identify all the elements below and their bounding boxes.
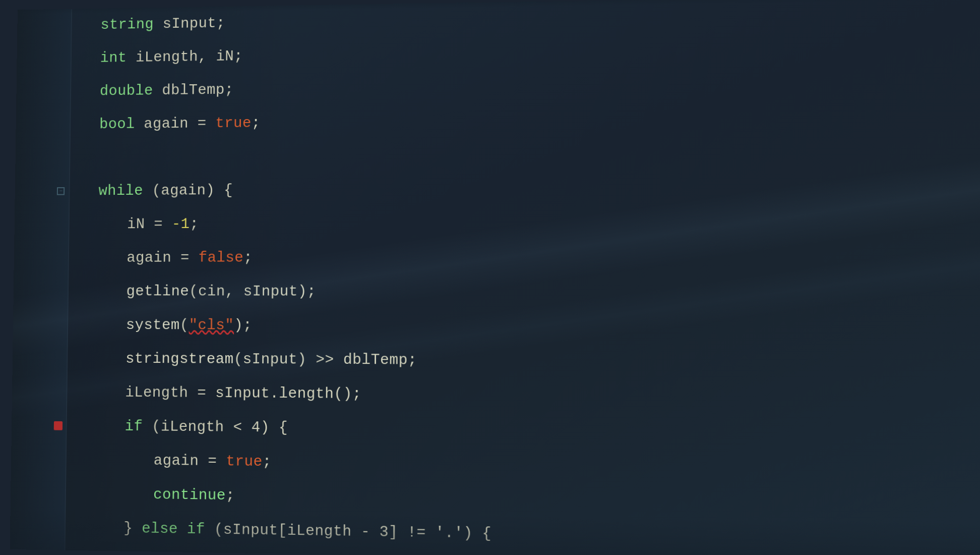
line-content-29: if (iLength < 4) {: [67, 409, 288, 445]
token-boolean: true: [226, 453, 263, 470]
token-text: iN =: [127, 216, 172, 233]
line-number-33: 33: [17, 553, 58, 555]
token-text: again =: [127, 249, 199, 266]
code-line-26: 26 system("cls");: [68, 308, 980, 345]
token-if: if: [125, 418, 143, 435]
token-string: "cls": [189, 317, 234, 334]
code-line-27: 27 stringstream(sInput) >> dblTemp;: [68, 342, 980, 380]
token-continue: continue: [153, 486, 226, 504]
code-line-24: 24 again = false;: [69, 239, 980, 274]
token-function: stringstream: [126, 350, 234, 368]
code-line-25: 25 getline(cin, sInput);: [69, 274, 980, 310]
fold-marker-line22[interactable]: −: [57, 187, 65, 195]
token-punc: );: [234, 317, 252, 334]
line-content-19: double dblTemp;: [71, 73, 234, 108]
token-boolean: false: [199, 249, 244, 266]
token-text: (sInput) >> dblTemp;: [234, 351, 417, 369]
code-line-22: 22 while (again) {: [70, 169, 980, 208]
line-content-26: system("cls");: [68, 308, 253, 343]
token-punc: ;: [190, 215, 199, 232]
token-else-if: else if: [142, 520, 205, 538]
token-text: (iLength < 4) {: [143, 418, 288, 436]
token-text: iLength = sInput.length();: [125, 384, 361, 403]
token-punc: ;: [226, 487, 235, 504]
line-number-gutter: − −: [10, 9, 73, 550]
token-keyword: double: [100, 82, 153, 99]
code-line-21: 21: [70, 134, 980, 175]
line-content-17: string sInput;: [72, 7, 225, 42]
token-text: }: [124, 520, 142, 537]
line-content-20: bool again = true;: [71, 106, 261, 141]
token-function: getline: [126, 283, 189, 300]
line-content-31: continue;: [66, 476, 235, 513]
token-keyword: bool: [99, 116, 135, 133]
token-text: (again) {: [143, 182, 233, 199]
token-while: while: [98, 182, 143, 199]
token-text: (sInput[iLength - 3] != '.') {: [205, 521, 492, 542]
token-text: dblTemp;: [153, 81, 234, 99]
token-keyword: string: [100, 16, 154, 33]
line-content-27: stringstream(sInput) >> dblTemp;: [68, 342, 417, 377]
line-content-18: int iLength, iN;: [71, 39, 243, 75]
token-text: iLength, iN;: [127, 48, 243, 66]
token-text: again =: [135, 115, 215, 133]
token-punc: ;: [243, 249, 253, 266]
token-text: (cin, sInput);: [189, 283, 316, 300]
token-punc: ;: [263, 453, 272, 470]
line-content-22: while (again) {: [70, 174, 233, 208]
token-keyword: int: [100, 49, 127, 67]
token-text: (: [180, 317, 189, 334]
token-number: -1: [172, 215, 190, 232]
token-boolean: true: [215, 115, 252, 132]
token-function: system: [126, 316, 180, 334]
breakpoint-marker-line29[interactable]: [54, 421, 63, 430]
token-text: sInput;: [154, 15, 225, 32]
code-line-23: 23 iN = -1;: [69, 204, 980, 241]
line-content-28: iLength = sInput.length();: [67, 375, 361, 411]
line-content-23: iN = -1;: [69, 207, 199, 241]
line-content-25: getline(cin, sInput);: [69, 274, 317, 308]
code-editor: − − 17 string sInput; 18 int iLength, iN…: [10, 0, 980, 555]
line-content-21: [70, 141, 79, 175]
token-punc: ;: [252, 115, 261, 131]
line-content-30: again = true;: [66, 442, 272, 479]
line-content-24: again = false;: [69, 241, 253, 274]
token-text: again =: [154, 452, 226, 470]
code-content: 17 string sInput; 18 int iLength, iN; 19…: [65, 0, 980, 555]
